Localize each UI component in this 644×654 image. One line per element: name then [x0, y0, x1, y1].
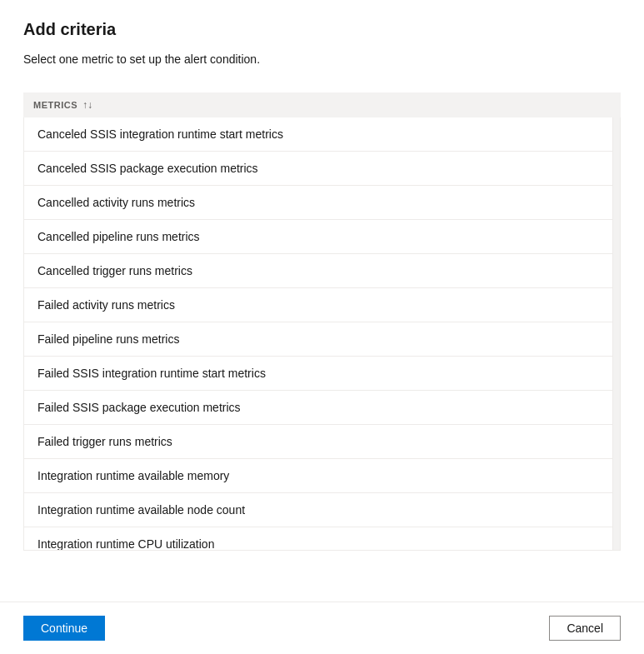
metric-item[interactable]: Canceled SSIS package execution metrics — [24, 152, 620, 186]
continue-button[interactable]: Continue — [23, 616, 105, 641]
metric-item[interactable]: Failed trigger runs metrics — [24, 425, 620, 459]
dialog-footer: Continue Cancel — [0, 602, 644, 654]
metric-item[interactable]: Failed activity runs metrics — [24, 288, 620, 322]
metric-item[interactable]: Canceled SSIS integration runtime start … — [24, 117, 620, 152]
cancel-button[interactable]: Cancel — [549, 616, 621, 641]
metric-item[interactable]: Integration runtime available node count — [24, 493, 620, 527]
metric-item[interactable]: Failed SSIS package execution metrics — [24, 391, 620, 425]
metric-item[interactable]: Failed pipeline runs metrics — [24, 322, 620, 357]
metrics-list[interactable]: Canceled SSIS integration runtime start … — [23, 117, 621, 551]
metric-item[interactable]: Cancelled pipeline runs metrics — [24, 220, 620, 254]
dialog-header: Add criteria Select one metric to set up… — [0, 0, 644, 92]
metric-item[interactable]: Cancelled trigger runs metrics — [24, 254, 620, 288]
metric-item[interactable]: Integration runtime available memory — [24, 459, 620, 493]
metric-item[interactable]: Integration runtime CPU utilization — [24, 527, 620, 551]
metrics-section: METRICS ↑↓ Canceled SSIS integration run… — [0, 92, 644, 602]
sort-icon[interactable]: ↑↓ — [82, 99, 92, 111]
metric-item[interactable]: Cancelled activity runs metrics — [24, 186, 620, 220]
metric-item[interactable]: Failed SSIS integration runtime start me… — [24, 357, 620, 391]
metrics-column-label: METRICS — [33, 100, 77, 110]
metrics-table-header: METRICS ↑↓ — [23, 92, 621, 117]
dialog-subtitle: Select one metric to set up the alert co… — [23, 52, 621, 66]
dialog-title: Add criteria — [23, 20, 621, 39]
add-criteria-dialog: Add criteria Select one metric to set up… — [0, 0, 644, 654]
